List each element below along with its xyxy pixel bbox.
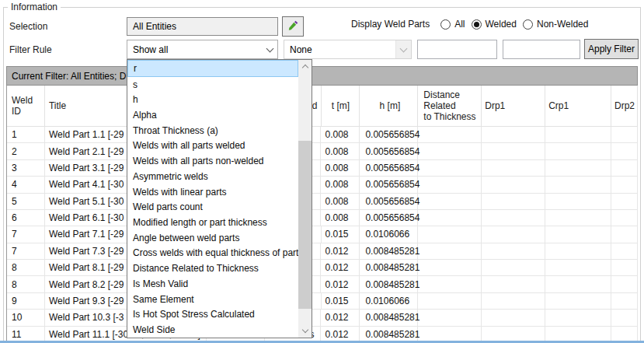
cell-distance-related-to-thickness[interactable] [418, 293, 482, 310]
cell-t-m[interactable]: 0.008 [321, 127, 360, 143]
cell-drp1[interactable] [482, 177, 545, 193]
cell-t-m[interactable]: 0.008 [321, 143, 360, 159]
cell-distance-related-to-thickness[interactable] [418, 160, 482, 177]
cell-crp1[interactable] [545, 243, 611, 260]
cell-weld-id[interactable]: 10 [7, 310, 45, 326]
header-cell-t-m[interactable]: t [m] [322, 86, 360, 127]
cell-drp2[interactable] [611, 243, 638, 260]
cell-t-m[interactable]: 0.008 [321, 194, 360, 210]
cell-distance-related-to-thickness[interactable] [418, 210, 482, 226]
radio-welded[interactable]: Welded [472, 19, 517, 30]
table-row[interactable]: 9Weld Part 9.3 [-290.0150.0106066 [7, 293, 638, 310]
dropdown-item-welds-with-linear-parts[interactable]: Welds with linear parts [127, 184, 298, 200]
table-row[interactable]: 1Weld Part 1.1 [-290.0080.005656854 [7, 127, 638, 143]
radio-button[interactable] [440, 19, 451, 30]
cell-t-m[interactable]: 0.008 [321, 177, 360, 193]
dropdown-item-cross-welds-with-equal-thickness-of-parts[interactable]: Cross welds with equal thickness of part… [127, 246, 298, 261]
cell-weld-id[interactable]: 3 [7, 160, 45, 177]
cell-weld-id[interactable]: 8 [7, 260, 45, 276]
cell-h-m[interactable]: 0.005656854 [360, 143, 418, 159]
dropdown-item-asymmetric-welds[interactable]: Asymmetric welds [127, 169, 298, 184]
cell-h-m[interactable]: 0.005656854 [360, 210, 418, 226]
dropdown-item-angle-between-weld-parts[interactable]: Angle between weld parts [127, 230, 298, 246]
cell-drp2[interactable] [611, 143, 638, 159]
cell-drp2[interactable] [611, 276, 638, 292]
table-row[interactable]: 3Weld Part 3.1 [-290.0080.005656854 [7, 160, 638, 177]
dropdown-item-modified-length-or-part-thickness[interactable]: Modified length or part thickness [127, 215, 298, 230]
cell-weld-id[interactable]: 5 [7, 194, 45, 210]
cell-weld-id[interactable]: 7 [7, 243, 45, 260]
dropdown-item-is-mesh-valid[interactable]: Is Mesh Valid [127, 276, 298, 292]
cell-crp1[interactable] [545, 310, 611, 326]
cell-h-m[interactable]: 0.008485281 [360, 260, 418, 276]
cell-h-m[interactable]: 0.008485281 [360, 310, 418, 326]
cell-drp1[interactable] [482, 276, 545, 292]
cell-crp1[interactable] [545, 177, 611, 193]
dropdown-item-r[interactable]: r [127, 60, 298, 77]
cell-distance-related-to-thickness[interactable] [418, 243, 482, 260]
filter-rule-combobox[interactable]: Show all [127, 40, 278, 59]
cell-drp1[interactable] [482, 293, 545, 310]
cell-t-m[interactable]: 0.015 [322, 226, 360, 243]
dropdown-item-welds-with-all-parts-non-welded[interactable]: Welds with all parts non-welded [127, 153, 298, 169]
cell-t-m[interactable]: 0.012 [321, 276, 360, 292]
header-cell-h-m[interactable]: h [m] [360, 86, 418, 127]
dropdown-item-throat-thickness-a-[interactable]: Throat Thickness (a) [127, 123, 298, 138]
cell-t-m[interactable]: 0.012 [321, 310, 360, 326]
header-cell-crp1[interactable]: Crp1 [545, 86, 611, 127]
cell-crp1[interactable] [545, 210, 611, 226]
cell-crp1[interactable] [545, 143, 611, 159]
cell-distance-related-to-thickness[interactable] [418, 226, 482, 243]
cell-drp2[interactable] [611, 177, 638, 193]
cell-distance-related-to-thickness[interactable] [418, 310, 482, 326]
header-cell-drp2[interactable]: Drp2 [611, 86, 638, 127]
cell-t-m[interactable]: 0.012 [321, 260, 360, 276]
scroll-down-icon[interactable] [298, 324, 312, 338]
cell-drp1[interactable] [482, 194, 545, 210]
radio-button[interactable] [523, 19, 533, 30]
dropdown-item-welds-with-all-parts-welded[interactable]: Welds with all parts welded [127, 138, 298, 154]
cell-crp1[interactable] [545, 194, 611, 210]
table-row[interactable]: 7Weld Part 7.1 [-290.0150.0106066 [7, 226, 638, 243]
cell-drp2[interactable] [611, 194, 638, 210]
cell-drp2[interactable] [611, 210, 638, 226]
cell-t-m[interactable]: 0.012 [321, 243, 360, 260]
operator-combobox[interactable]: None [284, 40, 412, 59]
dropdown-scrollbar[interactable] [298, 60, 312, 338]
table-row[interactable]: 5Weld Part 5.1 [-300.0080.005656854 [7, 194, 638, 210]
cell-h-m[interactable]: 0.005656854 [360, 177, 418, 193]
cell-crp1[interactable] [545, 226, 611, 243]
cell-drp1[interactable] [482, 210, 545, 226]
dropdown-item-distance-related-to-thickness[interactable]: Distance Related to Thickness [127, 261, 298, 276]
cell-weld-id[interactable]: 2 [7, 143, 45, 159]
cell-t-m[interactable]: 0.015 [322, 293, 360, 310]
cell-drp1[interactable] [482, 226, 545, 243]
cell-weld-id[interactable]: 6 [7, 210, 45, 226]
radio-all[interactable]: All [440, 19, 465, 30]
scrollbar-thumb[interactable] [298, 141, 312, 309]
cell-drp2[interactable] [611, 226, 638, 243]
dropdown-item-weld-side[interactable]: Weld Side [127, 322, 298, 338]
cell-weld-id[interactable]: 4 [7, 177, 45, 193]
dropdown-item-h[interactable]: h [127, 92, 298, 107]
cell-drp2[interactable] [611, 293, 638, 310]
table-row[interactable]: 8Weld Part 8.1 [-290.0120.008485281 [7, 260, 638, 276]
cell-crp1[interactable] [545, 160, 611, 177]
cell-t-m[interactable]: 0.008 [321, 210, 360, 226]
dropdown-item-same-element[interactable]: Same Element [127, 292, 298, 307]
cell-drp1[interactable] [482, 160, 545, 177]
cell-crp1[interactable] [545, 293, 611, 310]
table-row[interactable]: 8Weld Part 8.2 [-290.0120.008485281 [7, 276, 638, 292]
dropdown-item-is-hot-spot-stress-calculated[interactable]: Is Hot Spot Stress Calculated [127, 307, 298, 323]
header-cell-weld-id[interactable]: Weld ID [7, 86, 45, 127]
cell-t-m[interactable]: 0.008 [321, 160, 360, 177]
cell-h-m[interactable]: 0.008485281 [360, 276, 418, 292]
dropdown-item-s[interactable]: s [127, 77, 298, 93]
radio-non-welded[interactable]: Non-Welded [523, 19, 588, 30]
cell-weld-id[interactable]: 9 [7, 293, 45, 310]
table-row[interactable]: 4Weld Part 4.1 [-300.0080.005656854 [7, 177, 638, 193]
cell-crp1[interactable] [545, 276, 611, 292]
cell-h-m[interactable]: 0.005656854 [360, 127, 418, 143]
apply-filter-button[interactable]: Apply Filter [584, 39, 639, 59]
header-cell-drp1[interactable]: Drp1 [482, 86, 545, 127]
